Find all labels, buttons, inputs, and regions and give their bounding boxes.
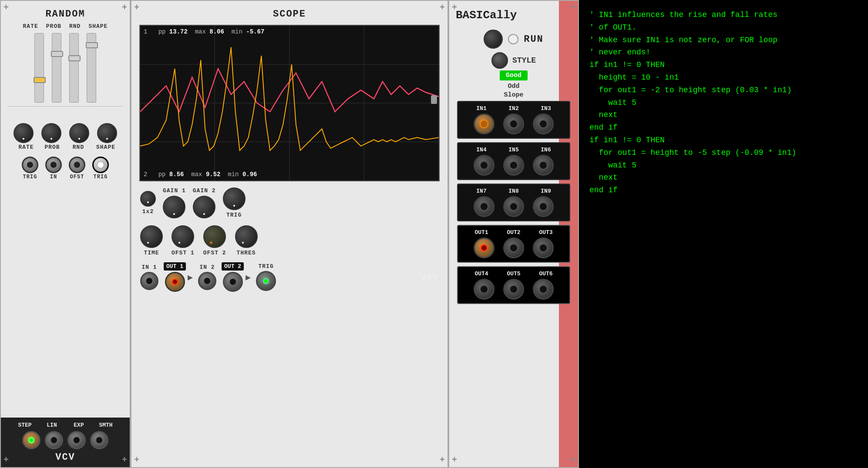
in6-label: IN6 xyxy=(534,147,558,153)
scope-trig-knob-col: TRIG xyxy=(223,187,246,218)
rnd-slider-thumb[interactable] xyxy=(68,55,81,61)
prob-slider-thumb[interactable] xyxy=(51,51,63,57)
scope-trig-knob[interactable] xyxy=(223,187,246,210)
scope-ofst2-knob[interactable] xyxy=(203,225,226,248)
scope-trig-jack-col: TRIG xyxy=(256,263,276,291)
shape-slider-thumb[interactable] xyxy=(86,42,98,48)
prob-slider[interactable] xyxy=(52,33,61,103)
scope-trigger-handle[interactable] xyxy=(431,95,437,104)
scope-ch1-max-val: 8.06 xyxy=(209,28,224,35)
in4-label: IN4 xyxy=(470,147,493,153)
scope-ch2-min-val: 0.96 xyxy=(242,171,257,178)
shape-knob-label: SHAPE xyxy=(96,144,113,150)
in4-6-section: IN4 IN5 IN6 xyxy=(457,142,570,180)
in1-jack[interactable] xyxy=(474,114,495,134)
rnd-slider-label: RND xyxy=(69,23,81,30)
scope-ch1-min-val: -5.67 xyxy=(246,28,264,35)
prob-slider-col xyxy=(52,33,61,103)
code-panel[interactable]: ' IN1 influences the rise and fall rates… xyxy=(579,0,868,468)
run-label: RUN xyxy=(524,34,544,45)
in1-3-section: IN1 IN2 IN3 xyxy=(457,101,570,139)
out2-label: OUT2 xyxy=(502,229,525,236)
scope-ch1-pp-val: 13.72 xyxy=(169,28,188,35)
rate-knob-col xyxy=(13,123,34,143)
basically-corner-bl: + xyxy=(452,456,457,465)
in6-jack[interactable] xyxy=(533,155,554,176)
run-knob[interactable] xyxy=(484,30,503,49)
rate-slider[interactable] xyxy=(34,33,44,103)
scope-thres-col: THRES xyxy=(235,225,258,256)
shape-knob-col xyxy=(97,123,117,143)
exp-jack[interactable] xyxy=(67,431,86,449)
step-jack[interactable] xyxy=(22,431,40,449)
out4-jack[interactable] xyxy=(474,279,495,300)
basically-corner-br: + xyxy=(570,456,575,465)
random-trig2-jack[interactable] xyxy=(92,157,109,173)
in4-jack[interactable] xyxy=(474,155,495,176)
out6-jack[interactable] xyxy=(533,279,554,300)
in8-jack[interactable] xyxy=(503,196,524,217)
rnd-knob[interactable] xyxy=(69,123,89,143)
in8-label: IN8 xyxy=(502,188,525,194)
shape-slider[interactable] xyxy=(87,33,96,103)
in7-label: IN7 xyxy=(470,188,493,194)
scope-ch1-pp-label: pp xyxy=(158,28,166,35)
rate-slider-thumb[interactable] xyxy=(34,77,46,83)
scope-out2-jack[interactable] xyxy=(223,272,243,292)
out2-jack[interactable] xyxy=(503,237,524,258)
scope-thres-label: THRES xyxy=(237,250,256,256)
random-trig-jack[interactable] xyxy=(22,157,38,173)
scope-gain1-label: GAIN 1 xyxy=(163,187,186,194)
rate-knob[interactable] xyxy=(13,123,34,143)
scope-time-knob[interactable] xyxy=(140,225,163,248)
basically-title: BASICally xyxy=(449,9,517,22)
scope-thres-knob[interactable] xyxy=(235,225,258,248)
scope-gain1-knob[interactable] xyxy=(163,196,185,218)
scope-ch1-min-label: min xyxy=(228,28,242,35)
scope-vcv-logo: VCV xyxy=(421,272,439,282)
smth-jack[interactable] xyxy=(90,431,108,449)
scope-in1-col: IN 1 xyxy=(140,264,158,290)
out1-3-section: OUT1 OUT2 OUT3 xyxy=(457,225,570,263)
random-jack-ofst-label: OFST xyxy=(69,174,85,180)
scope-trig-jack[interactable] xyxy=(256,271,276,291)
scope-out1-jack[interactable] xyxy=(165,272,185,292)
scope-in2-jack[interactable] xyxy=(198,272,216,290)
basically-module: + + + + BASICally RUN STYLE Good OddSlop… xyxy=(448,0,579,468)
in5-jack[interactable] xyxy=(503,155,524,176)
out1-jack[interactable] xyxy=(474,237,495,258)
scope-corner-plus-tl: + xyxy=(134,3,139,12)
rnd-slider[interactable] xyxy=(69,33,79,103)
scope-ch1-max-label: max xyxy=(191,28,206,35)
shape-knob[interactable] xyxy=(97,123,117,143)
scope-ofst1-label: OFST 1 xyxy=(172,250,195,256)
scope-gain2-knob[interactable] xyxy=(193,196,215,218)
scope-in2-label: IN 2 xyxy=(199,264,215,271)
scope-ofst1-knob[interactable] xyxy=(172,225,194,248)
prob-knob-label: PROB xyxy=(44,144,61,150)
style-label: STYLE xyxy=(512,56,536,65)
prob-knob[interactable] xyxy=(41,123,61,143)
random-ofst-jack[interactable] xyxy=(69,157,85,173)
out4-label: OUT4 xyxy=(470,271,493,277)
scope-multiplier-label: 1x2 xyxy=(142,208,154,215)
in3-jack[interactable] xyxy=(533,114,554,134)
in2-label: IN2 xyxy=(502,105,525,112)
code-editor[interactable]: ' IN1 influences the rise and fall rates… xyxy=(579,0,868,468)
scope-bottom-jacks: IN 1 OUT 1 ▶ IN 2 OUT 2 xyxy=(131,259,447,295)
rnd-knob-label: RND xyxy=(70,144,87,150)
scope-ch2-num: 2 xyxy=(144,171,155,178)
random-in-jack[interactable] xyxy=(45,157,62,173)
scope-in1-jack[interactable] xyxy=(140,272,158,290)
out3-jack[interactable] xyxy=(533,237,554,258)
in9-jack[interactable] xyxy=(533,196,554,217)
scope-in2-col: IN 2 xyxy=(198,264,216,290)
scope-multiplier-knob[interactable] xyxy=(140,191,156,207)
in7-jack[interactable] xyxy=(474,196,495,217)
lin-jack[interactable] xyxy=(45,431,63,449)
out5-jack[interactable] xyxy=(503,279,524,300)
in2-jack[interactable] xyxy=(503,114,524,134)
random-vcv-logo: VCV xyxy=(55,452,75,463)
style-knob[interactable] xyxy=(491,52,508,69)
scope-ch1-num: 1 xyxy=(144,28,155,35)
